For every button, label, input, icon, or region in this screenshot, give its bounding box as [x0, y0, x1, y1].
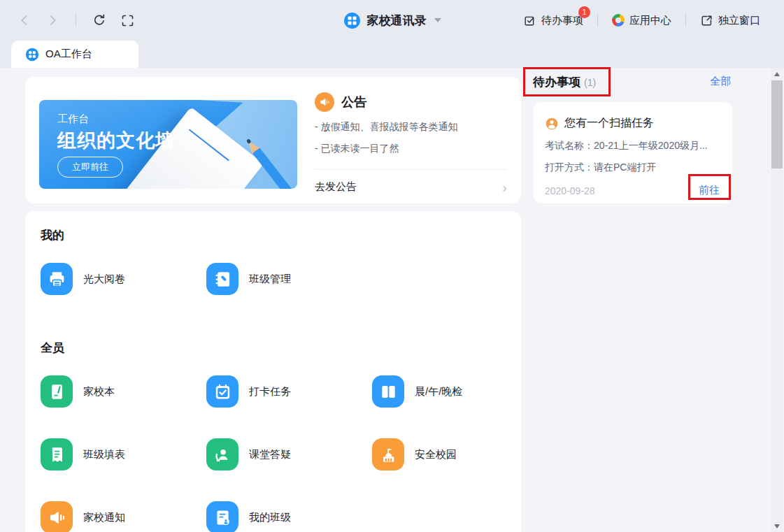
tab-oa-workspace[interactable]: OA工作台	[11, 41, 138, 68]
todo-check-icon	[523, 14, 536, 27]
app-guangda-marking[interactable]: 光大阅卷	[41, 263, 206, 295]
todo-exam-name: 考试名称：20-21上一年级2020级月...	[545, 140, 720, 152]
todo-open-method: 打开方式：请在PC端打开	[545, 161, 720, 174]
divider	[76, 14, 76, 27]
scrollbar-thumb[interactable]	[771, 80, 783, 168]
app-check-in-task[interactable]: 打卡任务	[206, 375, 372, 408]
class-doc-icon	[206, 501, 238, 532]
chevron-down-icon	[434, 18, 441, 22]
page-title: 家校通讯录	[367, 13, 427, 29]
fullscreen-button[interactable]	[118, 11, 136, 29]
app-label: 班级填表	[83, 448, 125, 461]
todo-all-link[interactable]: 全部	[710, 75, 731, 88]
app-class-qa[interactable]: 课堂答疑	[206, 438, 372, 470]
divider	[315, 169, 507, 170]
oa-workspace-icon	[25, 48, 39, 62]
megaphone-icon	[315, 92, 334, 112]
todo-panel-title: 待办事项	[533, 76, 580, 89]
megaphone-icon	[41, 501, 73, 532]
scroll-up-arrow[interactable]	[771, 68, 783, 80]
app-label: 打卡任务	[249, 385, 291, 398]
tab-label: OA工作台	[45, 48, 92, 61]
todo-card: 您有一个扫描任务 考试名称：20-21上一年级2020级月... 打开方式：请在…	[534, 102, 732, 203]
banner-title: 组织的文化墙	[57, 128, 175, 153]
scroll-down-arrow[interactable]	[771, 520, 783, 532]
app-label: 安全校园	[415, 448, 457, 461]
person-icon	[545, 117, 559, 131]
announcement-section: 公告 - 放假通知、喜报战报等各类通知 - 已读未读一目了然 去发公告 ›	[315, 92, 507, 194]
app-title-group[interactable]: 家校通讯录	[343, 12, 441, 29]
app-label: 我的班级	[249, 511, 291, 524]
divider	[685, 14, 686, 27]
nav-forward-button[interactable]	[43, 11, 62, 29]
workspace-banner[interactable]: 工作台 组织的文化墙 立即前往	[39, 100, 297, 189]
app-label: 课堂答疑	[249, 448, 291, 461]
refresh-button[interactable]	[90, 11, 108, 29]
promo-announcement-card: 工作台 组织的文化墙 立即前往 公告 - 放假通知、喜报战报等各类通知 - 已读…	[25, 77, 521, 203]
calendar-check-icon	[206, 375, 238, 408]
go-post-announcement-button[interactable]: 去发公告 ›	[315, 180, 507, 194]
divider	[597, 14, 598, 27]
open-book-icon	[372, 375, 404, 408]
go-post-announcement-label: 去发公告	[315, 180, 357, 194]
topbar-todo-button[interactable]: 待办事项 1	[513, 14, 593, 27]
todo-count-badge: 1	[578, 6, 590, 18]
section-title: 全员	[41, 340, 506, 356]
campus-icon	[372, 438, 404, 470]
app-label: 家校通知	[83, 511, 125, 524]
chevron-right-icon: ›	[502, 182, 507, 192]
app-sections: 我的光大阅卷班级管理全员家校本打卡任务晨/午/晚检班级填表课堂答疑安全校园家校通…	[41, 227, 506, 532]
main-content: 工作台 组织的文化墙 立即前往 公告 - 放假通知、喜报战报等各类通知 - 已读…	[0, 68, 784, 532]
app-sections-card: 我的光大阅卷班级管理全员家校本打卡任务晨/午/晚检班级填表课堂答疑安全校园家校通…	[25, 211, 521, 532]
app-logo-icon	[343, 12, 361, 29]
app-label: 班级管理	[249, 273, 291, 286]
topbar: 家校通讯录 待办事项 1 应用中心 独立窗口	[0, 0, 784, 41]
app-grid: 光大阅卷班级管理	[41, 263, 506, 295]
form-icon	[41, 438, 73, 470]
app-label: 晨/午/晚检	[415, 385, 462, 398]
tab-bar: OA工作台	[0, 41, 784, 68]
todo-go-link[interactable]: 前往	[699, 184, 720, 197]
app-label: 光大阅卷	[83, 273, 125, 286]
todo-panel-header: 待办事项(1) 全部	[533, 74, 732, 91]
announcement-title: 公告	[341, 94, 366, 110]
app-label: 家校本	[83, 385, 115, 398]
nav-back-button[interactable]	[15, 11, 34, 29]
banner-kicker: 工作台	[57, 113, 89, 126]
notebook-icon	[41, 375, 73, 408]
external-window-icon	[700, 14, 713, 27]
app-class-management[interactable]: 班级管理	[206, 263, 372, 295]
section-title: 我的	[41, 227, 506, 243]
app-center-icon	[612, 14, 625, 27]
topbar-app-center-button[interactable]: 应用中心	[602, 14, 681, 27]
app-safe-campus[interactable]: 安全校园	[372, 438, 538, 470]
printer-icon	[41, 263, 73, 295]
qa-icon	[206, 438, 238, 470]
app-home-school-notebook[interactable]: 家校本	[41, 375, 206, 408]
todo-panel-count: (1)	[584, 77, 596, 88]
contacts-icon	[206, 263, 238, 295]
app-grid: 家校本打卡任务晨/午/晚检班级填表课堂答疑安全校园家校通知我的班级	[41, 375, 506, 532]
todo-card-title: 您有一个扫描任务	[564, 116, 654, 131]
app-class-form[interactable]: 班级填表	[41, 438, 206, 470]
app-home-school-notice[interactable]: 家校通知	[41, 501, 206, 532]
topbar-app-center-label: 应用中心	[629, 14, 671, 27]
app-my-class[interactable]: 我的班级	[206, 501, 372, 532]
topbar-standalone-label: 独立窗口	[718, 14, 760, 27]
app-morning-noon-evening-check[interactable]: 晨/午/晚检	[372, 375, 538, 408]
topbar-standalone-window-button[interactable]: 独立窗口	[690, 14, 770, 27]
vertical-scrollbar[interactable]	[771, 68, 783, 532]
banner-cta-button[interactable]: 立即前往	[57, 157, 123, 178]
todo-date: 2020-09-28	[545, 185, 595, 196]
topbar-todo-label: 待办事项	[541, 14, 583, 27]
announcement-point: - 放假通知、喜报战报等各类通知	[315, 121, 507, 134]
announcement-point: - 已读未读一目了然	[315, 143, 507, 155]
